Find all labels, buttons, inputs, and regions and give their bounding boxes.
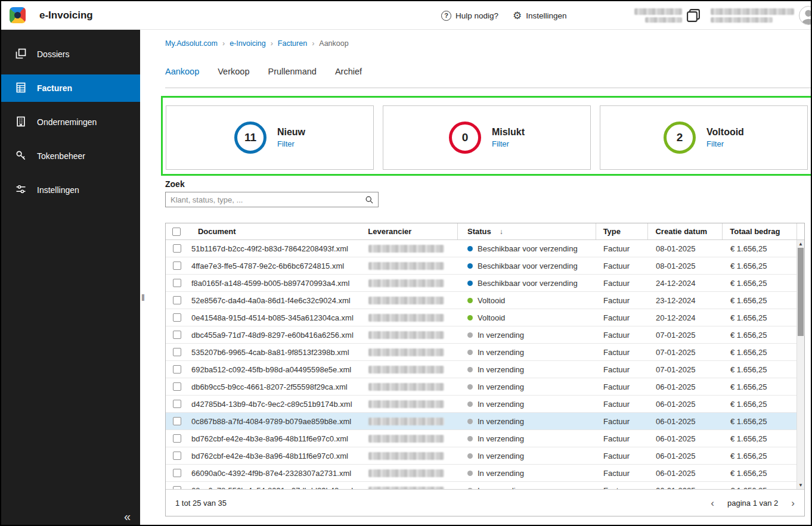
type-cell: Factuur [596,361,649,378]
avatar[interactable] [799,6,812,25]
column-header-status[interactable]: Status ↓ [457,223,596,239]
table-row[interactable]: dbc455a9-71d7-48d9-8297-e60b416a6256.xml… [166,326,804,344]
stat-value: 0 [462,131,469,144]
table-row[interactable]: 66090a0c-4392-4f9b-87e4-2328307a2731.xml… [166,465,804,482]
date-cell: 24-12-2024 [649,275,723,291]
filter-link-nieuw[interactable]: Filter [277,139,305,148]
date-cell: 20-12-2024 [649,309,723,326]
column-header-supplier[interactable]: Leverancier [364,223,457,239]
column-header-type[interactable]: Type [596,223,648,239]
sidebar: Dossiers Facturen Ondernemingen Tokenbeh… [1,30,140,525]
sidebar-item-label: Dossiers [37,49,69,59]
table-row[interactable]: 692ba512-c092-45fb-b98d-a04495598e5e.xml… [166,361,804,378]
search-icon[interactable] [360,192,378,207]
sidebar-item-dossiers[interactable]: Dossiers [1,41,140,68]
filter-link-voltooid[interactable]: Filter [706,139,744,148]
date-cell: 06-01-2025 [649,430,723,447]
search-input[interactable] [166,195,360,204]
row-checkbox[interactable] [173,348,181,356]
supplier-redacted [368,262,444,270]
scrollbar-thumb[interactable] [798,248,804,336]
column-header-amount[interactable]: Totaal bedrag [722,223,796,239]
row-checkbox[interactable] [173,417,181,425]
status-label: In verzending [478,348,524,357]
tab-archief[interactable]: Archief [335,67,362,80]
tab-verkoop[interactable]: Verkoop [218,67,249,80]
row-checkbox[interactable] [173,244,181,253]
breadcrumb-facturen[interactable]: Facturen [278,39,320,48]
previous-page-button[interactable]: ‹ [711,498,714,508]
breadcrumb-myadsolut[interactable]: My.Adsolut.com [165,39,230,48]
sidebar-item-tokenbeheer[interactable]: Tokenbeheer [1,142,140,170]
supplier-redacted [368,400,444,408]
amount-cell: € 1.656,25 [723,413,798,429]
table-row[interactable]: 51b1167d-b2cc-49f2-b83d-78642208493f.xml… [166,240,804,257]
column-header-date[interactable]: Creatie datum [647,223,722,239]
date-cell: 06-01-2025 [649,413,723,429]
sliders-icon [15,183,27,197]
help-label: Hulp nodig? [455,11,498,20]
tab-aankoop[interactable]: Aankoop [165,67,199,80]
status-dot [467,350,473,355]
row-checkbox[interactable] [173,313,181,322]
settings-button[interactable]: ⚙ Instellingen [513,1,567,30]
tab-prullenmand[interactable]: Prullenmand [268,67,316,80]
document-name: 66090a0c-4392-4f9b-87e4-2328307a2731.xml [188,465,364,481]
table-row[interactable]: bd762cbf-e42e-4b3e-8a96-48b11f6e97c0.xml… [166,447,804,465]
scroll-up-arrow[interactable]: ▲ [797,240,804,248]
sidebar-item-label: Ondernemingen [37,117,97,127]
row-checkbox[interactable] [173,469,181,477]
table-row[interactable]: bd762cbf-e42e-4b3e-8a96-48b11f6e97c0.xml… [166,430,804,447]
column-header-document[interactable]: Document [188,223,364,239]
table-row[interactable]: d42785b4-13b9-4b7c-9ec2-c89c51b9174b.xml… [166,396,804,413]
breadcrumb: My.Adsolut.com e-Invoicing Facturen Aank… [165,39,349,48]
status-dot [467,263,473,269]
row-checkbox[interactable] [173,262,181,270]
table-row[interactable]: db6b9cc5-b9cc-4661-8207-2f55598f29ca.xml… [166,378,804,396]
table-row[interactable]: 0e41548a-915d-4514-b085-345a612304ca.xml… [166,309,804,326]
sidebar-item-label: Facturen [37,83,72,93]
supplier-redacted [368,297,444,304]
date-cell: 06-01-2025 [649,447,723,464]
row-checkbox[interactable] [173,331,181,339]
header-scroll-spacer [796,223,804,239]
status-dot [467,298,473,303]
row-checkbox[interactable] [173,279,181,287]
breadcrumb-einvoicing[interactable]: e-Invoicing [230,39,278,48]
next-page-button[interactable]: › [791,498,795,508]
table-row[interactable]: 535207b6-9965-4cab-8a81-9f8513f2398b.xml… [166,344,804,361]
row-checkbox[interactable] [173,400,181,408]
status-dot [467,332,473,338]
sort-descending-icon[interactable]: ↓ [500,228,503,236]
sidebar-collapse-button[interactable]: « [124,510,131,524]
help-button[interactable]: ? Hulp nodig? [441,1,498,30]
status-header-label: Status [467,227,491,236]
company-switcher-icon[interactable] [685,7,702,24]
filter-link-mislukt[interactable]: Filter [492,139,525,148]
sidebar-item-instellingen[interactable]: Instellingen [1,176,140,204]
select-all-checkbox[interactable] [172,228,181,236]
table-row[interactable]: 52e8567c-da4d-4a0a-86d1-f4e6c32c9024.xml… [166,292,804,309]
row-checkbox[interactable] [173,452,181,460]
row-checkbox[interactable] [173,365,181,374]
row-checkbox[interactable] [173,296,181,304]
row-checkbox[interactable] [173,382,181,391]
status-dot [467,419,473,424]
vertical-scrollbar[interactable]: ▲ ▼ [796,240,804,489]
supplier-redacted [368,314,444,322]
table-row[interactable]: 0c867b88-a7fd-4084-9789-b079ae859b8e.xml… [166,413,804,430]
status-dot [467,281,473,286]
company-info-redacted [711,8,795,23]
sidebar-item-ondernemingen[interactable]: Ondernemingen [1,108,140,136]
tab-divider [165,88,811,88]
sidebar-item-facturen[interactable]: Facturen [1,74,140,102]
supplier-redacted [368,383,444,391]
table-row[interactable]: 63ec6a78-556b-4e54-8091-c07dbdd29b42.xml… [166,482,804,489]
table-row[interactable]: 4ffae7e3-ffe5-4787-9e2c-6b6bc6724815.xml… [166,257,804,275]
stat-circle: 2 [664,122,696,154]
redacted-text [711,8,794,15]
table-row[interactable]: f8a0165f-a148-4599-b005-b897470993a4.xml… [166,275,804,292]
row-checkbox[interactable] [173,434,181,443]
scroll-down-arrow[interactable]: ▼ [797,481,804,489]
sidebar-resize-handle[interactable]: ‖ [141,293,145,303]
